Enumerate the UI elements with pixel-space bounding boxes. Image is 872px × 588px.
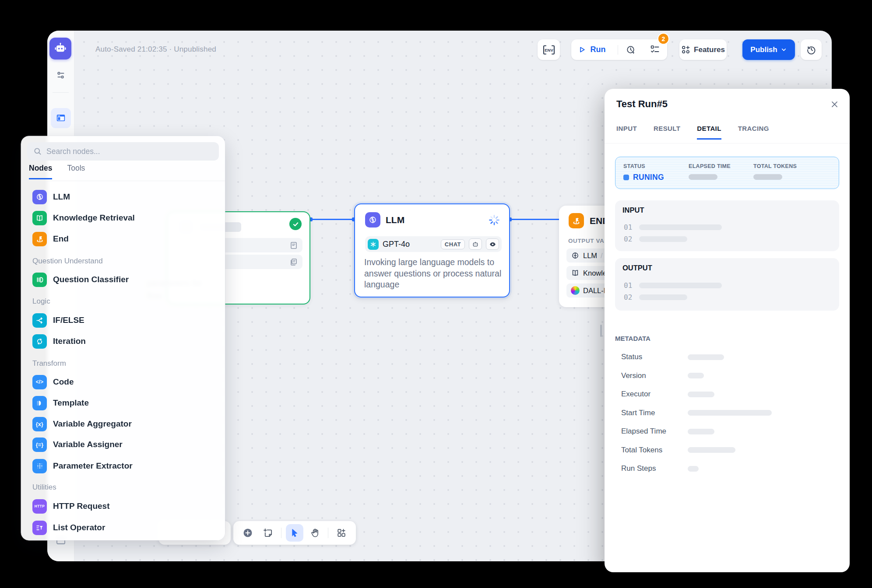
- canvas-toolbar: [233, 521, 356, 545]
- branch-icon: [32, 313, 47, 328]
- http-icon: HTTP: [32, 499, 47, 514]
- status-dot-icon: [623, 175, 629, 180]
- dots-grid-icon: [32, 459, 47, 473]
- node-item-end[interactable]: End: [27, 230, 219, 248]
- run-history-icon[interactable]: [626, 45, 636, 55]
- env-icon: ENV: [542, 44, 556, 56]
- chevron-down-icon: [781, 46, 787, 53]
- tab-nodes[interactable]: Nodes: [29, 164, 52, 179]
- node-item-question-classifier[interactable]: Question Classifier: [27, 270, 219, 289]
- node-item-variable-assigner[interactable]: {=} Variable Assigner: [27, 435, 219, 454]
- toolbar-divider: [618, 45, 618, 55]
- metadata-row: Start Time: [621, 410, 838, 416]
- run-status-banner: STATUS RUNING ELAPSED TIME TOTAL TOKENS: [615, 157, 839, 189]
- metadata-row: Version: [621, 373, 838, 379]
- edge-llm-end: [510, 219, 560, 220]
- group-heading-transform: Transform: [32, 359, 66, 368]
- elapsed-time-skeleton: [689, 174, 717, 180]
- llm-mini-icon: [571, 251, 580, 260]
- total-tokens-skeleton: [753, 174, 782, 180]
- vision-badge-icon: [486, 238, 499, 250]
- node-item-if-else[interactable]: IF/ELSE: [27, 311, 219, 329]
- features-button[interactable]: Features: [679, 39, 727, 60]
- node-item-llm[interactable]: LLM: [27, 188, 219, 206]
- node-item-variable-aggregator[interactable]: {x} Variable Aggregator: [27, 415, 219, 433]
- node-item-code[interactable]: </> Code: [27, 373, 219, 391]
- filter-list-icon: [32, 521, 47, 535]
- metadata-row: Total Tokens: [621, 447, 838, 453]
- node-item-label: Knowledge Retrieval: [53, 213, 135, 223]
- features-label: Features: [694, 46, 725, 54]
- code-icon: </>: [32, 375, 47, 389]
- value-skeleton: [639, 236, 687, 242]
- node-item-label: Variable Assigner: [53, 440, 123, 449]
- node-item-list-operator[interactable]: List Operator: [27, 518, 219, 537]
- row-number: 01: [624, 281, 632, 290]
- node-item-label: Parameter Extractor: [53, 461, 133, 471]
- search-icon: [33, 147, 42, 156]
- tab-detail[interactable]: DETAIL: [697, 125, 721, 140]
- node-item-label: LLM: [53, 192, 70, 202]
- value-skeleton: [688, 410, 772, 416]
- svg-text:ENV: ENV: [545, 48, 553, 52]
- total-tokens-label: TOTAL TOKENS: [753, 163, 797, 169]
- value-skeleton: [639, 294, 687, 300]
- close-button[interactable]: [827, 97, 842, 112]
- run-button[interactable]: Run: [590, 45, 605, 54]
- sidebar-item-apps-active[interactable]: [51, 108, 71, 128]
- tab-tools[interactable]: Tools: [67, 164, 85, 179]
- classifier-icon: [32, 273, 47, 287]
- node-item-label: Variable Aggregator: [53, 419, 132, 429]
- llm-node[interactable]: LLM GPT-4o CHAT: [354, 203, 510, 298]
- tab-tracing[interactable]: TRACING: [738, 125, 769, 140]
- node-item-template[interactable]: Template: [27, 394, 219, 412]
- hand-tool-button[interactable]: [306, 524, 323, 542]
- history-icon: [806, 45, 816, 55]
- node-item-knowledge-retrieval[interactable]: Knowledge Retrieval: [27, 209, 219, 227]
- features-icon: [681, 45, 690, 54]
- end-node-icon: [569, 213, 584, 228]
- tab-result[interactable]: RESULT: [654, 125, 680, 140]
- elapsed-time-label: ELAPSED TIME: [689, 163, 753, 169]
- end-flag-icon: [32, 232, 47, 246]
- tabs-divider: [605, 143, 850, 144]
- node-item-label: Code: [53, 377, 74, 387]
- autosave-status: Auto-Saved 21:02:35 · Unpublished: [95, 45, 216, 54]
- variable-eq-icon: {=}: [32, 438, 47, 452]
- checklist-icon[interactable]: [650, 44, 660, 55]
- success-check-icon: [289, 218, 302, 230]
- status-label: STATUS: [623, 163, 689, 169]
- app-logo-robot-icon[interactable]: [49, 38, 71, 60]
- metadata-row: Elapsed Time: [621, 428, 838, 434]
- add-note-button[interactable]: [259, 524, 277, 542]
- metadata-row: Run Steps: [621, 466, 838, 472]
- node-item-parameter-extractor[interactable]: Parameter Extractor: [27, 457, 219, 475]
- add-node-button[interactable]: [239, 524, 257, 542]
- node-item-http-request[interactable]: HTTP HTTP Request: [27, 497, 219, 515]
- test-run-title: Test Run#5: [616, 98, 668, 110]
- row-number: 01: [624, 223, 632, 231]
- search-input[interactable]: Search nodes...: [27, 142, 219, 161]
- row-number: 02: [624, 293, 632, 301]
- node-item-label: Iteration: [53, 336, 86, 346]
- publish-button[interactable]: Publish: [742, 39, 795, 60]
- organize-nodes-button[interactable]: [333, 524, 350, 542]
- version-history-button[interactable]: [801, 39, 822, 60]
- workflow-settings-icon[interactable]: [52, 66, 70, 84]
- template-icon: [32, 396, 47, 410]
- panel-resize-handle[interactable]: [600, 325, 602, 337]
- pointer-tool-button[interactable]: [286, 524, 303, 542]
- status-value: RUNING: [623, 173, 689, 182]
- output-title: OUTPUT: [622, 264, 652, 272]
- tab-input[interactable]: INPUT: [616, 125, 637, 140]
- metadata-list: Status Version Executor Start Time Elaps…: [621, 354, 838, 484]
- model-selector[interactable]: GPT-4o CHAT: [365, 236, 502, 252]
- node-item-iteration[interactable]: Iteration: [27, 332, 219, 350]
- env-button[interactable]: ENV: [538, 39, 560, 60]
- output-card: OUTPUT 01 02: [615, 258, 839, 311]
- slash: /: [601, 252, 603, 260]
- group-heading-question-understand: Question Understand: [32, 257, 103, 266]
- end-var-label: LLM: [583, 252, 597, 260]
- play-icon[interactable]: [578, 46, 586, 54]
- sidebar-divider: [53, 92, 69, 93]
